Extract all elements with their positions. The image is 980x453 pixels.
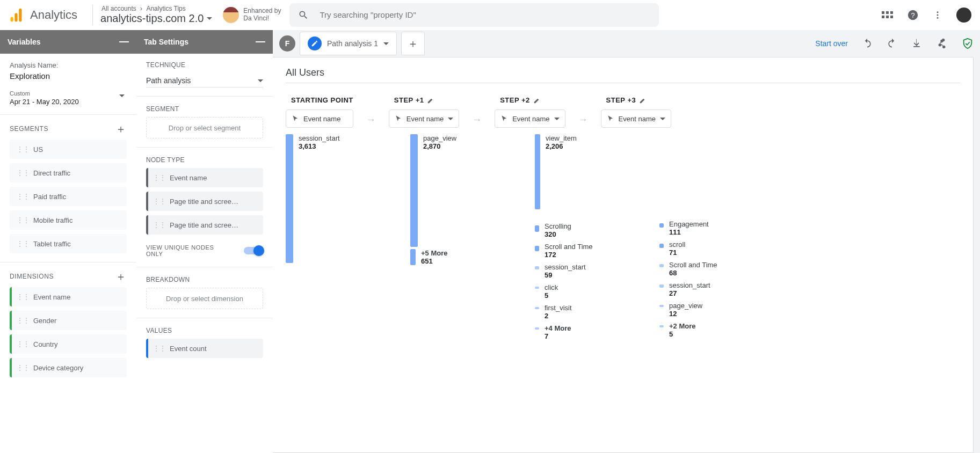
caret-down-icon [554,118,560,120]
node-value: 3,613 [299,142,340,150]
pencil-icon[interactable] [639,97,647,104]
drag-grip-icon: ⋮⋮ [16,169,29,177]
breakdown-dropzone[interactable]: Drop or select dimension [146,288,263,309]
segment-dropzone[interactable]: Drop or select segment [146,117,263,138]
path-node[interactable]: Scrolling320 [535,222,631,240]
node-text: +2 More5 [669,322,696,340]
svg-point-5 [937,11,939,13]
technique-select[interactable]: Path analysis [146,73,263,87]
path-node[interactable]: first_visit2 [535,304,631,322]
path-node[interactable]: page_view2,870 [410,134,507,247]
search-input[interactable] [320,10,650,19]
path-node[interactable]: +4 More7 [535,324,631,342]
share-icon[interactable] [936,38,948,49]
path-node[interactable]: session_start3,613 [286,134,382,263]
segment-chip[interactable]: ⋮⋮Paid traffic [10,187,127,206]
unique-nodes-toggle-row: VIEW UNIQUE NODES ONLY [146,244,263,257]
dimension-chip[interactable]: ⋮⋮Gender [10,311,127,330]
path-node[interactable]: click5 [535,283,631,302]
undo-icon[interactable] [862,38,873,49]
node-selector-label: Event name [619,115,656,123]
property-dropdown[interactable]: analytics-tips.com 2.0 [100,12,212,25]
node-label: page_view [423,134,456,142]
add-segment-button[interactable]: ＋ [115,123,127,134]
path-node[interactable]: Scroll and Time172 [535,243,631,261]
top-icons: ? [882,8,971,23]
path-node[interactable]: +2 More5 [659,322,756,340]
step3-node-selector[interactable]: Event name [601,109,671,128]
exploration-badge[interactable]: F [279,35,295,52]
start-over-button[interactable]: Start over [815,39,848,48]
unique-nodes-toggle[interactable] [244,247,263,254]
path-node[interactable]: page_view12 [659,302,756,320]
nodetype-chip[interactable]: ⋮⋮Page title and scree… [146,215,263,235]
node-bar [535,246,539,251]
step2-label: STEP +2 [500,96,530,104]
caret-down-icon[interactable] [383,42,389,45]
node-bar [659,223,664,228]
dimension-chip[interactable]: ⋮⋮Country [10,334,127,354]
canvas-body: All Users STARTING POINT Event name → ST… [273,57,974,453]
cursor-icon [607,115,614,122]
node-bar [659,284,664,288]
apps-icon[interactable] [882,11,893,18]
segment-chip[interactable]: ⋮⋮US [10,140,127,159]
node-bar [410,134,418,247]
path-node[interactable]: Scroll and Time68 [659,261,756,279]
more-vert-icon[interactable] [933,10,942,20]
segment-chip[interactable]: ⋮⋮Mobile traffic [10,210,127,230]
chip-label: Page title and scree… [170,198,238,206]
step2-node-selector[interactable]: Event name [495,109,565,128]
profile-avatar[interactable] [956,8,971,23]
download-icon[interactable] [911,38,922,49]
more-link[interactable]: +4 More [545,324,571,332]
insights-shield-icon[interactable] [962,38,974,49]
segment-chip[interactable]: ⋮⋮Tablet traffic [10,234,127,253]
start-node-selector[interactable]: Event name [286,109,353,128]
nodetype-chip[interactable]: ⋮⋮Page title and scree… [146,192,263,211]
values-label: VALUES [146,327,263,334]
drag-grip-icon: ⋮⋮ [16,192,29,201]
path-node[interactable]: Engagement111 [659,220,756,238]
collapse-icon[interactable] [119,41,129,42]
pencil-icon[interactable] [427,97,434,104]
node-value: 12 [669,310,702,318]
segment-chip[interactable]: ⋮⋮Direct traffic [10,163,127,182]
pencil-icon[interactable] [533,97,541,104]
account-selector[interactable]: All accounts › Analytics Tips analytics-… [100,5,212,25]
step1-node-selector[interactable]: Event name [389,109,459,128]
search-box[interactable] [289,3,659,27]
path-node[interactable]: session_start59 [535,263,631,281]
more-link[interactable]: +5 More [421,249,448,257]
node-bar [535,266,539,269]
node-text: Scroll and Time172 [545,243,593,261]
node-text: session_start59 [545,263,586,281]
node-value: 27 [669,289,710,297]
cursor-icon [292,115,299,122]
node-text: first_visit2 [545,304,572,322]
step-headers: STARTING POINT Event name → STEP +1 Even… [286,96,960,128]
add-dimension-button[interactable]: ＋ [115,271,127,282]
more-link[interactable]: +2 More [669,322,696,330]
davinci-line1: Enhanced by [243,8,281,14]
node-value: 71 [669,249,685,257]
add-tab-button[interactable]: ＋ [401,32,425,55]
cursor-icon [500,115,508,122]
redo-icon[interactable] [887,38,897,49]
collapse-icon[interactable] [256,41,265,42]
help-icon[interactable]: ? [907,9,919,21]
dimension-chip[interactable]: ⋮⋮Device category [10,358,127,377]
workspace: Variables Analysis Name: Exploration Cus… [0,30,980,453]
path-node[interactable]: session_start27 [659,281,756,299]
value-chip[interactable]: ⋮⋮ Event count [146,339,263,358]
path-node[interactable]: +5 More651 [410,249,507,267]
path-node[interactable]: scroll71 [659,240,756,259]
nodetype-chip[interactable]: ⋮⋮Event name [146,168,263,187]
path-node[interactable]: view_item2,206 [535,134,631,209]
drag-grip-icon: ⋮⋮ [153,197,165,206]
date-picker[interactable]: Custom Apr 21 - May 20, 2020 [10,90,127,106]
svg-rect-1 [14,13,17,21]
canvas-tab[interactable]: Path analysis 1 [300,32,397,55]
analysis-name-input[interactable]: Exploration [10,71,127,81]
dimension-chip[interactable]: ⋮⋮Event name [10,287,127,306]
